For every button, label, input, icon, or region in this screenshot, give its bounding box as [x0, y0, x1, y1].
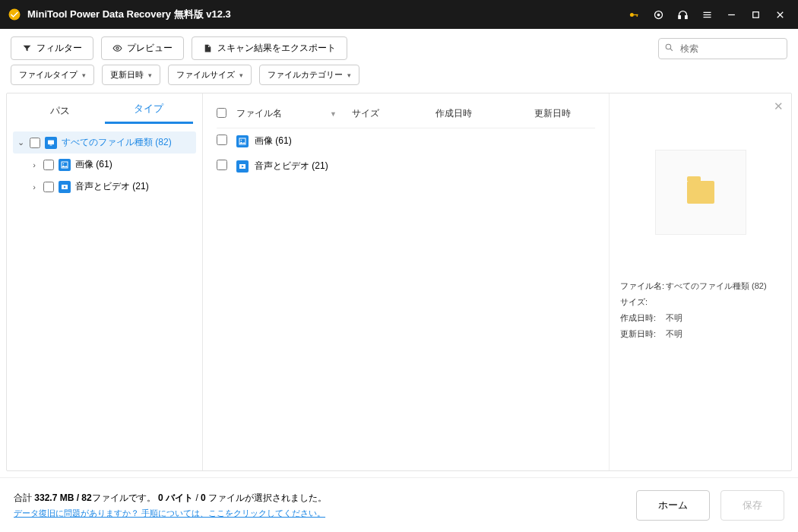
svg-point-0 [9, 9, 21, 21]
export-label: スキャン結果をエクスポート [217, 42, 336, 55]
column-created[interactable]: 作成日時 [435, 107, 534, 120]
row-label: 音声とビデオ (21) [255, 160, 328, 173]
help-link[interactable]: データ復旧に問題がありますか？ 手順については、ここをクリックしてください。 [14, 508, 327, 519]
app-title: MiniTool Power Data Recovery 無料版 v12.3 [27, 8, 622, 21]
monitor-icon [45, 137, 57, 149]
chip-file-type[interactable]: ファイルタイプ▾ [11, 65, 94, 85]
svg-rect-19 [50, 144, 52, 145]
chip-modified[interactable]: 更新日時▾ [102, 65, 160, 85]
home-button[interactable]: ホーム [636, 490, 710, 521]
video-icon [236, 160, 249, 173]
svg-rect-3 [636, 14, 637, 16]
meta-modified-value: 不明 [666, 328, 682, 340]
tree-checkbox[interactable] [43, 182, 54, 192]
tree-label: すべてのファイル種類 (82) [62, 136, 172, 149]
tree-label: 画像 (61) [75, 158, 112, 171]
chevron-down-icon: ▾ [82, 71, 86, 79]
meta-filename-label: ファイル名: [620, 280, 666, 292]
footer-summary: 合計 332.7 MB / 82ファイルです。 0 バイト / 0 ファイルが選… [14, 492, 327, 505]
export-button[interactable]: スキャン結果をエクスポート [192, 36, 347, 60]
svg-point-5 [657, 14, 660, 16]
list-header: ファイル名▼ サイズ 作成日時 更新日時 [217, 103, 595, 128]
search-input[interactable] [658, 38, 787, 59]
select-all-checkbox[interactable] [217, 108, 226, 118]
svg-line-17 [670, 49, 673, 51]
sidebar: パス タイプ ⌄ すべてのファイル種類 (82) › 画像 (61) › 音声と… [7, 93, 203, 470]
tab-path[interactable]: パス [16, 97, 105, 124]
filter-row: ファイルタイプ▾ 更新日時▾ ファイルサイズ▾ ファイルカテゴリー▾ [0, 65, 798, 93]
svg-rect-18 [48, 140, 54, 144]
tree-label: 音声とビデオ (21) [75, 180, 149, 193]
minimize-button[interactable] [719, 2, 743, 27]
list-row-audio-video[interactable]: 音声とビデオ (21) [217, 154, 595, 179]
preview-panel: ✕ ファイル名:すべてのファイル種類 (82) サイズ: 作成日時:不明 更新日… [609, 93, 791, 470]
headset-icon[interactable] [670, 2, 695, 27]
toolbar: フィルター プレビュー スキャン結果をエクスポート [0, 29, 798, 65]
tab-type[interactable]: タイプ [105, 94, 194, 124]
row-checkbox[interactable] [217, 160, 227, 170]
meta-created-value: 不明 [666, 312, 682, 324]
sort-desc-icon: ▼ [330, 110, 337, 118]
save-button[interactable]: 保存 [720, 490, 784, 521]
svg-point-21 [63, 163, 65, 164]
upgrade-key-icon[interactable] [622, 2, 646, 27]
image-icon [236, 135, 249, 147]
tree: ⌄ すべてのファイル種類 (82) › 画像 (61) › 音声とビデオ (21… [7, 124, 202, 205]
preview-label: プレビュー [127, 42, 173, 55]
close-icon[interactable]: ✕ [774, 100, 784, 113]
search-wrap [658, 38, 787, 59]
meta-created-label: 作成日時: [620, 312, 666, 324]
chevron-right-icon[interactable]: › [30, 182, 39, 192]
search-icon [664, 42, 674, 55]
maximize-button[interactable] [743, 2, 768, 27]
svg-point-16 [666, 44, 671, 49]
chevron-down-icon[interactable]: ⌄ [16, 138, 25, 147]
video-icon [59, 181, 71, 193]
svg-rect-7 [685, 15, 687, 18]
eye-icon [112, 43, 122, 53]
app-logo-icon [8, 8, 21, 21]
funnel-icon [22, 43, 32, 53]
chip-file-size[interactable]: ファイルサイズ▾ [168, 65, 252, 85]
column-size[interactable]: サイズ [352, 107, 435, 120]
file-list: ファイル名▼ サイズ 作成日時 更新日時 画像 (61) 音声とビデオ (21) [203, 93, 609, 470]
titlebar: MiniTool Power Data Recovery 無料版 v12.3 [0, 0, 798, 29]
folder-icon [687, 181, 714, 204]
main: パス タイプ ⌄ すべてのファイル種類 (82) › 画像 (61) › 音声と… [6, 93, 792, 471]
footer-info: 合計 332.7 MB / 82ファイルです。 0 バイト / 0 ファイルが選… [14, 492, 327, 519]
disc-icon[interactable] [646, 2, 670, 27]
meta-size-label: サイズ: [620, 296, 666, 308]
footer: 合計 332.7 MB / 82ファイルです。 0 バイト / 0 ファイルが選… [0, 477, 798, 532]
chevron-right-icon[interactable]: › [30, 160, 39, 169]
chevron-down-icon: ▾ [347, 71, 351, 79]
svg-point-1 [629, 13, 633, 17]
tree-item-all[interactable]: ⌄ すべてのファイル種類 (82) [13, 131, 196, 154]
chevron-down-icon: ▾ [148, 71, 152, 79]
tree-checkbox[interactable] [43, 160, 54, 170]
svg-point-24 [241, 139, 242, 141]
menu-icon[interactable] [695, 2, 719, 27]
svg-rect-12 [752, 11, 758, 17]
close-button[interactable] [768, 2, 792, 27]
tree-checkbox[interactable] [30, 138, 40, 148]
column-modified[interactable]: 更新日時 [534, 107, 595, 120]
tree-item-images[interactable]: › 画像 (61) [13, 154, 196, 176]
meta-modified-label: 更新日時: [620, 328, 666, 340]
svg-point-15 [116, 47, 119, 49]
row-checkbox[interactable] [217, 135, 227, 145]
preview-button[interactable]: プレビュー [101, 36, 184, 60]
filter-label: フィルター [36, 42, 82, 55]
list-row-images[interactable]: 画像 (61) [217, 128, 595, 154]
column-name[interactable]: ファイル名▼ [236, 107, 352, 120]
chevron-down-icon: ▾ [239, 71, 243, 79]
row-label: 画像 (61) [255, 135, 292, 147]
image-icon [59, 159, 71, 171]
meta-filename-value: すべてのファイル種類 (82) [666, 280, 767, 292]
filter-button[interactable]: フィルター [11, 36, 93, 60]
sidebar-tabs: パス タイプ [7, 93, 202, 124]
content: ファイル名▼ サイズ 作成日時 更新日時 画像 (61) 音声とビデオ (21) [203, 93, 791, 470]
chip-category[interactable]: ファイルカテゴリー▾ [259, 65, 359, 85]
svg-rect-6 [678, 15, 680, 18]
export-icon [203, 43, 213, 53]
tree-item-audio-video[interactable]: › 音声とビデオ (21) [13, 176, 196, 198]
